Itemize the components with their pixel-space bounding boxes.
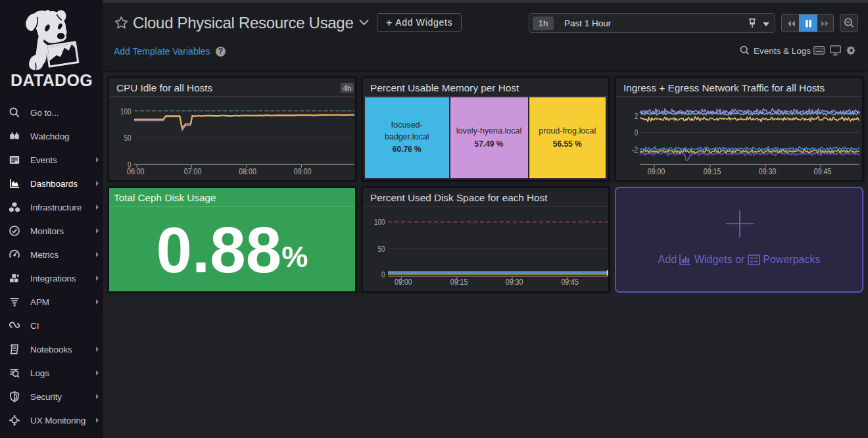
svg-text:09:30: 09:30 — [506, 278, 523, 287]
svg-text:09:15: 09:15 — [704, 167, 721, 176]
svg-text:-2: -2 — [632, 145, 639, 155]
svg-text:08:00: 08:00 — [239, 167, 256, 176]
svg-text:09:30: 09:30 — [759, 167, 777, 176]
svg-text:100: 100 — [120, 107, 132, 116]
svg-text:09:00: 09:00 — [294, 167, 312, 176]
svg-text:0: 0 — [381, 270, 385, 280]
svg-text:09:45: 09:45 — [814, 167, 832, 176]
svg-text:100: 100 — [374, 218, 385, 227]
svg-text:06:00: 06:00 — [127, 167, 145, 176]
svg-text:50: 50 — [124, 134, 132, 143]
svg-text:07:00: 07:00 — [184, 167, 202, 176]
svg-text:09:45: 09:45 — [561, 278, 579, 287]
svg-text:0: 0 — [635, 128, 639, 137]
svg-text:09:15: 09:15 — [450, 278, 468, 287]
svg-text:09:00: 09:00 — [395, 278, 412, 287]
svg-text:2: 2 — [635, 112, 639, 121]
svg-text:50: 50 — [378, 245, 385, 254]
svg-text:09:00: 09:00 — [648, 167, 665, 176]
